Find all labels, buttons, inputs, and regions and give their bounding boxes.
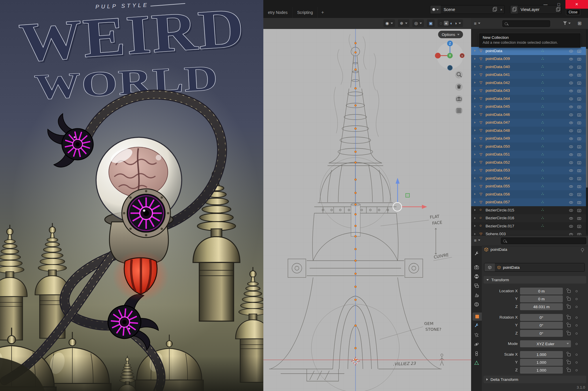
properties-tab-render[interactable] xyxy=(473,263,481,271)
outliner-item-pointData.049[interactable]: ▽pointData.049∴ xyxy=(471,135,586,143)
disable-in-renders-icon[interactable] xyxy=(577,169,582,173)
options-button[interactable]: Options xyxy=(438,31,463,38)
animate-dot-icon[interactable] xyxy=(576,317,578,319)
animate-dot-icon[interactable] xyxy=(576,332,578,335)
lock-icon[interactable] xyxy=(567,369,571,372)
disable-in-renders-icon[interactable] xyxy=(577,81,582,85)
hide-in-viewport-icon[interactable] xyxy=(569,136,573,141)
show-overlays-icon[interactable]: ◎ xyxy=(414,21,418,25)
hide-in-viewport-icon[interactable] xyxy=(569,105,573,109)
value-field[interactable]: 0 m xyxy=(520,288,563,295)
expand-icon[interactable] xyxy=(474,58,475,60)
hide-in-viewport-icon[interactable] xyxy=(569,128,573,133)
hide-in-viewport-icon[interactable] xyxy=(569,224,573,228)
shading-material-icon[interactable]: ◐ xyxy=(450,21,453,25)
expand-icon[interactable] xyxy=(474,82,475,84)
outliner-item-pointData[interactable]: ▽pointData∴ xyxy=(471,47,586,55)
visibility-icon[interactable]: ◉ xyxy=(385,21,389,25)
lock-icon[interactable] xyxy=(567,332,571,335)
hide-in-viewport-icon[interactable] xyxy=(569,184,573,189)
disable-in-renders-icon[interactable] xyxy=(577,121,582,125)
disable-in-renders-icon[interactable] xyxy=(577,73,582,77)
disable-in-renders-icon[interactable] xyxy=(577,153,582,157)
hide-in-viewport-icon[interactable] xyxy=(569,120,573,125)
disable-in-renders-icon[interactable] xyxy=(577,89,582,93)
outliner-item-pointData.057[interactable]: ▽pointData.057∴ xyxy=(471,198,586,207)
expand-icon[interactable] xyxy=(474,66,475,68)
properties-editor-button[interactable]: ≡ xyxy=(474,238,480,243)
lock-icon[interactable] xyxy=(567,290,571,293)
scene-selector[interactable]: Scene × xyxy=(430,5,505,14)
disable-in-renders-icon[interactable] xyxy=(577,137,582,141)
hide-in-viewport-icon[interactable] xyxy=(569,144,573,149)
delta-transform-section-header[interactable]: Delta Transform xyxy=(484,376,586,383)
chevron-down-icon[interactable] xyxy=(405,23,407,24)
close-button[interactable]: × xyxy=(565,0,588,9)
hide-in-viewport-icon[interactable] xyxy=(569,216,573,220)
expand-icon[interactable] xyxy=(474,201,475,203)
outliner-item-pointData.046[interactable]: ▽pointData.046∴ xyxy=(471,111,586,119)
disable-in-renders-icon[interactable] xyxy=(577,232,582,235)
hide-in-viewport-icon[interactable] xyxy=(569,200,573,204)
outliner-item-pointData.040[interactable]: ▽pointData.040∴ xyxy=(471,63,586,71)
hide-in-viewport-icon[interactable] xyxy=(569,81,573,85)
disable-in-renders-icon[interactable] xyxy=(577,105,582,109)
outliner-item-pointData.044[interactable]: ▽pointData.044∴ xyxy=(471,95,586,103)
disable-in-renders-icon[interactable] xyxy=(577,129,582,133)
value-field[interactable]: 0° xyxy=(520,330,563,337)
expand-icon[interactable] xyxy=(474,177,475,179)
expand-icon[interactable] xyxy=(474,153,475,155)
outliner-item-BezierCircle.016[interactable]: ○BezierCircle.016∴ xyxy=(471,214,586,222)
workspace-tab-geometry-nodes[interactable]: etry Nodes xyxy=(263,7,293,18)
lock-icon[interactable] xyxy=(567,316,571,319)
properties-tab-tool[interactable] xyxy=(473,250,481,258)
outliner-filter-button[interactable] xyxy=(563,21,571,25)
expand-icon[interactable] xyxy=(474,129,475,131)
value-field[interactable]: 0° xyxy=(520,314,563,321)
value-field[interactable]: 1.000 xyxy=(520,351,563,358)
disable-in-renders-icon[interactable] xyxy=(577,145,582,149)
expand-icon[interactable] xyxy=(474,50,475,52)
disable-in-renders-icon[interactable] xyxy=(577,200,582,204)
minimize-button[interactable]: — xyxy=(539,0,552,9)
properties-tab-scene[interactable] xyxy=(473,291,481,299)
expand-icon[interactable] xyxy=(474,217,475,219)
outliner-item-pointData.042[interactable]: ▽pointData.042∴ xyxy=(471,79,586,87)
animate-dot-icon[interactable] xyxy=(576,290,578,292)
expand-icon[interactable] xyxy=(474,105,475,107)
hide-in-viewport-icon[interactable] xyxy=(569,89,573,93)
outliner-item-pointData.052[interactable]: ▽pointData.052∴ xyxy=(471,158,586,167)
add-workspace-button[interactable]: + xyxy=(318,10,327,15)
outliner-item-pointData.047[interactable]: ▽pointData.047∴ xyxy=(471,119,586,127)
disable-in-renders-icon[interactable] xyxy=(577,208,582,212)
disable-in-renders-icon[interactable] xyxy=(577,160,582,165)
lock-icon[interactable] xyxy=(567,324,571,327)
disable-in-renders-icon[interactable] xyxy=(577,184,582,189)
outliner-display-mode-button[interactable]: ≡ xyxy=(474,21,480,26)
expand-icon[interactable] xyxy=(474,193,475,195)
animate-dot-icon[interactable] xyxy=(576,306,578,308)
expand-icon[interactable] xyxy=(474,169,475,171)
outliner-item-pointData.048[interactable]: ▽pointData.048∴ xyxy=(471,127,586,135)
chevron-down-icon[interactable] xyxy=(391,23,393,24)
lock-icon[interactable] xyxy=(567,353,571,356)
outliner-item-BezierCircle.015[interactable]: ○BezierCircle.015∴ xyxy=(471,206,586,214)
chevron-down-icon[interactable] xyxy=(459,23,461,24)
properties-tab-physics[interactable] xyxy=(473,340,481,348)
view-layer-browse-button[interactable] xyxy=(510,6,518,14)
properties-tab-particles[interactable] xyxy=(473,331,481,339)
lock-icon[interactable] xyxy=(567,298,571,301)
properties-tab-constraints[interactable] xyxy=(473,350,481,358)
pan-hand-button[interactable] xyxy=(455,83,463,91)
outliner-item-pointData.043[interactable]: ▽pointData.043∴ xyxy=(471,87,586,95)
new-collection-button[interactable]: ⊞ xyxy=(578,21,581,26)
animate-dot-icon[interactable] xyxy=(576,324,578,326)
value-field[interactable]: 1.000 xyxy=(520,367,563,374)
expand-icon[interactable] xyxy=(474,74,475,76)
toggle-xray-icon[interactable]: ▣ xyxy=(429,21,433,25)
expand-icon[interactable] xyxy=(474,137,475,139)
hide-in-viewport-icon[interactable] xyxy=(569,57,573,61)
properties-tab-object[interactable] xyxy=(473,313,482,321)
outliner-item-BezierCircle.017[interactable]: ○BezierCircle.017∴ xyxy=(471,222,586,230)
outliner-item-pointData.050[interactable]: ▽pointData.050∴ xyxy=(471,142,586,151)
